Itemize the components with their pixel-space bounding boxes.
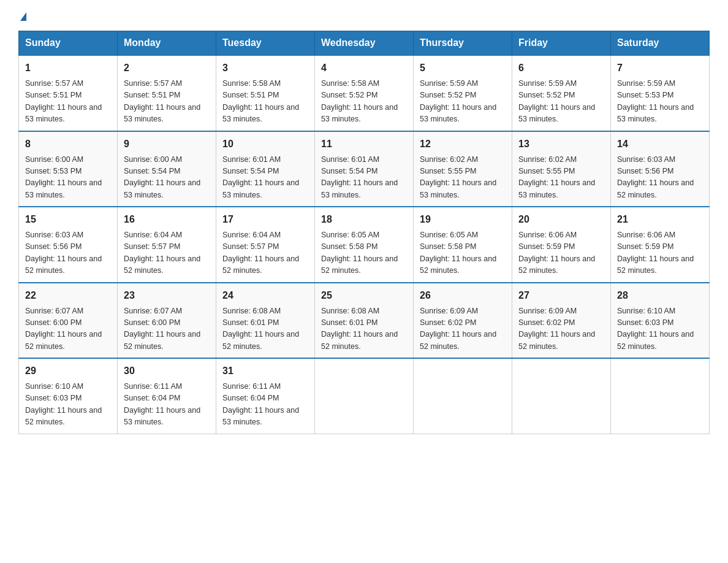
day-info: Sunrise: 6:04 AMSunset: 5:57 PMDaylight:… <box>124 229 210 277</box>
day-number: 9 <box>124 137 210 151</box>
day-info: Sunrise: 6:08 AMSunset: 6:01 PMDaylight:… <box>222 305 308 353</box>
day-info: Sunrise: 5:58 AMSunset: 5:52 PMDaylight:… <box>321 78 407 126</box>
calendar-table: SundayMondayTuesdayWednesdayThursdayFrid… <box>18 31 710 434</box>
day-number: 4 <box>321 61 407 75</box>
calendar-cell <box>315 358 414 434</box>
day-info: Sunrise: 6:04 AMSunset: 5:57 PMDaylight:… <box>222 229 308 277</box>
calendar-week-row: 29Sunrise: 6:10 AMSunset: 6:03 PMDayligh… <box>19 358 710 434</box>
calendar-cell: 17Sunrise: 6:04 AMSunset: 5:57 PMDayligh… <box>216 207 315 283</box>
day-number: 5 <box>420 61 506 75</box>
calendar-cell: 2Sunrise: 5:57 AMSunset: 5:51 PMDaylight… <box>118 55 216 131</box>
calendar-cell <box>414 358 512 434</box>
day-number: 26 <box>420 288 506 303</box>
day-info: Sunrise: 6:02 AMSunset: 5:55 PMDaylight:… <box>518 154 604 202</box>
calendar-cell: 29Sunrise: 6:10 AMSunset: 6:03 PMDayligh… <box>19 358 118 434</box>
calendar-cell: 21Sunrise: 6:06 AMSunset: 5:59 PMDayligh… <box>611 207 710 283</box>
day-number: 2 <box>124 61 210 75</box>
day-number: 27 <box>518 288 604 303</box>
calendar-cell: 7Sunrise: 5:59 AMSunset: 5:53 PMDaylight… <box>611 55 710 131</box>
day-info: Sunrise: 6:10 AMSunset: 6:03 PMDaylight:… <box>617 305 703 353</box>
calendar-cell: 27Sunrise: 6:09 AMSunset: 6:02 PMDayligh… <box>512 283 611 359</box>
day-info: Sunrise: 6:05 AMSunset: 5:58 PMDaylight:… <box>321 229 407 277</box>
calendar-cell: 8Sunrise: 6:00 AMSunset: 5:53 PMDaylight… <box>19 131 118 207</box>
calendar-cell: 24Sunrise: 6:08 AMSunset: 6:01 PMDayligh… <box>216 283 315 359</box>
day-number: 21 <box>617 212 703 227</box>
column-header-thursday: Thursday <box>414 31 512 56</box>
day-info: Sunrise: 6:02 AMSunset: 5:55 PMDaylight:… <box>420 154 506 202</box>
day-info: Sunrise: 5:58 AMSunset: 5:51 PMDaylight:… <box>222 78 308 126</box>
calendar-cell: 28Sunrise: 6:10 AMSunset: 6:03 PMDayligh… <box>611 283 710 359</box>
day-info: Sunrise: 5:57 AMSunset: 5:51 PMDaylight:… <box>124 78 210 126</box>
day-number: 6 <box>518 61 604 75</box>
day-info: Sunrise: 5:57 AMSunset: 5:51 PMDaylight:… <box>25 78 111 126</box>
day-info: Sunrise: 6:00 AMSunset: 5:53 PMDaylight:… <box>25 154 111 202</box>
calendar-cell: 25Sunrise: 6:08 AMSunset: 6:01 PMDayligh… <box>315 283 414 359</box>
day-info: Sunrise: 6:01 AMSunset: 5:54 PMDaylight:… <box>321 154 407 202</box>
day-info: Sunrise: 6:09 AMSunset: 6:02 PMDaylight:… <box>518 305 604 353</box>
calendar-cell: 26Sunrise: 6:09 AMSunset: 6:02 PMDayligh… <box>414 283 512 359</box>
day-number: 25 <box>321 288 407 303</box>
calendar-cell: 16Sunrise: 6:04 AMSunset: 5:57 PMDayligh… <box>118 207 216 283</box>
day-info: Sunrise: 6:05 AMSunset: 5:58 PMDaylight:… <box>420 229 506 277</box>
calendar-cell: 14Sunrise: 6:03 AMSunset: 5:56 PMDayligh… <box>611 131 710 207</box>
day-number: 14 <box>617 137 703 151</box>
day-info: Sunrise: 6:07 AMSunset: 6:00 PMDaylight:… <box>25 305 111 353</box>
day-number: 8 <box>25 137 111 151</box>
day-number: 1 <box>25 61 111 75</box>
day-info: Sunrise: 6:00 AMSunset: 5:54 PMDaylight:… <box>124 154 210 202</box>
calendar-cell: 19Sunrise: 6:05 AMSunset: 5:58 PMDayligh… <box>414 207 512 283</box>
calendar-cell: 12Sunrise: 6:02 AMSunset: 5:55 PMDayligh… <box>414 131 512 207</box>
day-number: 15 <box>25 212 111 227</box>
day-info: Sunrise: 6:06 AMSunset: 5:59 PMDaylight:… <box>617 229 703 277</box>
day-number: 19 <box>420 212 506 227</box>
day-info: Sunrise: 6:09 AMSunset: 6:02 PMDaylight:… <box>420 305 506 353</box>
calendar-cell <box>611 358 710 434</box>
calendar-cell <box>512 358 611 434</box>
day-number: 30 <box>124 364 210 378</box>
day-info: Sunrise: 6:08 AMSunset: 6:01 PMDaylight:… <box>321 305 407 353</box>
calendar-cell: 23Sunrise: 6:07 AMSunset: 6:00 PMDayligh… <box>118 283 216 359</box>
day-number: 22 <box>25 288 111 303</box>
column-header-friday: Friday <box>512 31 611 56</box>
day-number: 10 <box>222 137 308 151</box>
day-number: 12 <box>420 137 506 151</box>
day-info: Sunrise: 6:11 AMSunset: 6:04 PMDaylight:… <box>222 381 308 429</box>
column-header-sunday: Sunday <box>19 31 118 56</box>
day-info: Sunrise: 6:11 AMSunset: 6:04 PMDaylight:… <box>124 381 210 429</box>
day-number: 28 <box>617 288 703 303</box>
calendar-cell: 18Sunrise: 6:05 AMSunset: 5:58 PMDayligh… <box>315 207 414 283</box>
day-number: 23 <box>124 288 210 303</box>
day-number: 17 <box>222 212 308 227</box>
day-number: 3 <box>222 61 308 75</box>
calendar-week-row: 22Sunrise: 6:07 AMSunset: 6:00 PMDayligh… <box>19 283 710 359</box>
calendar-cell: 5Sunrise: 5:59 AMSunset: 5:52 PMDaylight… <box>414 55 512 131</box>
day-number: 31 <box>222 364 308 378</box>
calendar-cell: 3Sunrise: 5:58 AMSunset: 5:51 PMDaylight… <box>216 55 315 131</box>
day-info: Sunrise: 6:10 AMSunset: 6:03 PMDaylight:… <box>25 381 111 429</box>
day-number: 24 <box>222 288 308 303</box>
calendar-cell: 9Sunrise: 6:00 AMSunset: 5:54 PMDaylight… <box>118 131 216 207</box>
logo-triangle-icon <box>20 12 26 21</box>
day-info: Sunrise: 6:03 AMSunset: 5:56 PMDaylight:… <box>25 229 111 277</box>
calendar-cell: 6Sunrise: 5:59 AMSunset: 5:52 PMDaylight… <box>512 55 611 131</box>
column-header-saturday: Saturday <box>611 31 710 56</box>
calendar-cell: 20Sunrise: 6:06 AMSunset: 5:59 PMDayligh… <box>512 207 611 283</box>
day-info: Sunrise: 5:59 AMSunset: 5:53 PMDaylight:… <box>617 78 703 126</box>
calendar-cell: 4Sunrise: 5:58 AMSunset: 5:52 PMDaylight… <box>315 55 414 131</box>
day-number: 13 <box>518 137 604 151</box>
column-header-wednesday: Wednesday <box>315 31 414 56</box>
day-info: Sunrise: 6:06 AMSunset: 5:59 PMDaylight:… <box>518 229 604 277</box>
day-number: 29 <box>25 364 111 378</box>
column-header-monday: Monday <box>118 31 216 56</box>
day-info: Sunrise: 6:03 AMSunset: 5:56 PMDaylight:… <box>617 154 703 202</box>
calendar-week-row: 15Sunrise: 6:03 AMSunset: 5:56 PMDayligh… <box>19 207 710 283</box>
column-header-tuesday: Tuesday <box>216 31 315 56</box>
calendar-cell: 10Sunrise: 6:01 AMSunset: 5:54 PMDayligh… <box>216 131 315 207</box>
calendar-cell: 22Sunrise: 6:07 AMSunset: 6:00 PMDayligh… <box>19 283 118 359</box>
calendar-cell: 11Sunrise: 6:01 AMSunset: 5:54 PMDayligh… <box>315 131 414 207</box>
page-header <box>18 12 710 21</box>
calendar-cell: 15Sunrise: 6:03 AMSunset: 5:56 PMDayligh… <box>19 207 118 283</box>
calendar-cell: 30Sunrise: 6:11 AMSunset: 6:04 PMDayligh… <box>118 358 216 434</box>
calendar-cell: 13Sunrise: 6:02 AMSunset: 5:55 PMDayligh… <box>512 131 611 207</box>
calendar-header-row: SundayMondayTuesdayWednesdayThursdayFrid… <box>19 31 710 56</box>
